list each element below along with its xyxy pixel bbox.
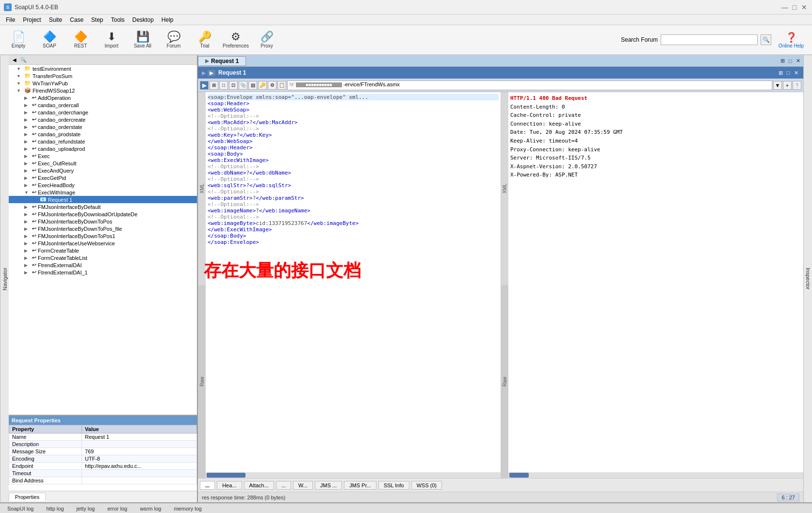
tree-node[interactable]: ▶↩candao_ordercall	[9, 101, 197, 109]
log-tab[interactable]: memory log	[168, 505, 207, 513]
property-value-cell[interactable]: http://epav.axhu.edu.c...	[82, 463, 197, 470]
tree-node[interactable]: ▶↩AddOperation	[9, 94, 197, 101]
tree-node[interactable]: ▶↩FMJsonInterfaceByDefault	[9, 203, 197, 210]
toolbar-btn-5[interactable]: ▤	[248, 81, 257, 90]
property-value-cell[interactable]: 769	[82, 448, 197, 455]
left-xml-content[interactable]: <soap:Envelope xmlns:soap="...oap-envelo…	[206, 92, 501, 472]
property-value-cell[interactable]	[82, 441, 197, 448]
tree-node[interactable]: ▶↩FMJsonInterfaceByDownloadOrUpdateDe	[9, 210, 197, 218]
outer-tab-max-btn[interactable]: □	[787, 58, 794, 64]
tree-node[interactable]: ▼📁testEnvironment	[9, 65, 197, 72]
req-max-btn[interactable]: □	[785, 69, 792, 76]
bottom-sub-tab[interactable]: Attach...	[244, 481, 274, 490]
log-tab[interactable]: SoapUI log	[2, 505, 39, 513]
raw-label-left-1[interactable]: Raw	[198, 285, 206, 478]
menu-file[interactable]: File	[2, 16, 19, 24]
outer-tab-close-btn[interactable]: ✕	[795, 58, 801, 64]
toolbar-proxy-button[interactable]: 🔗 Proxy	[252, 27, 281, 52]
maximize-button[interactable]: □	[791, 3, 798, 11]
tree-node[interactable]: ▶↩ExecHeadBody	[9, 181, 197, 189]
toolbar-btn-6[interactable]: 🔑	[258, 81, 267, 90]
tree-node[interactable]: ▶↩FMJsonInterfaceByDownToPos	[9, 218, 197, 225]
outer-tab-float-btn[interactable]: ⊞	[779, 58, 786, 64]
url-help-btn[interactable]: ?	[793, 81, 801, 90]
tree-node[interactable]: ▶↩candao_uploadprod	[9, 145, 197, 152]
toolbar-soap-button[interactable]: 🔷 SOAP	[35, 27, 64, 52]
menu-step[interactable]: Step	[87, 16, 107, 24]
outer-request-tab[interactable]: ▶ Request 1	[198, 56, 246, 66]
toolbar-btn-7[interactable]: ⚙	[268, 81, 276, 90]
tree-node[interactable]: ▼📦FtrendWSSoap12	[9, 87, 197, 94]
bottom-sub-tab[interactable]: JMS ...	[315, 481, 342, 490]
bottom-sub-tab[interactable]: JMS Pr...	[344, 481, 376, 490]
tree-node[interactable]: ▼↩ExecWithImage	[9, 189, 197, 196]
log-tab[interactable]: wsrm log	[134, 505, 166, 513]
property-value-cell[interactable]: Request 1	[82, 433, 197, 441]
tree-node[interactable]: ▶↩candao_refundstate	[9, 138, 197, 145]
right-h-scrollbar[interactable]	[508, 472, 803, 478]
minimize-button[interactable]: —	[781, 3, 789, 11]
url-bar[interactable]: ht' ■■■■■■■■■■ -ervice/FTrendWs.asmx	[287, 80, 772, 90]
search-forum-button[interactable]: 🔍	[761, 34, 771, 45]
send-button[interactable]: ▶	[200, 81, 209, 90]
tree-node[interactable]: ▶↩Exec	[9, 152, 197, 160]
req-float-btn[interactable]: ⊞	[777, 69, 784, 76]
search-forum-input[interactable]	[661, 34, 758, 45]
toolbar-preferences-button[interactable]: ⚙ Preferences	[221, 27, 250, 52]
close-button[interactable]: ✕	[800, 3, 808, 11]
toolbar-forum-button[interactable]: 💬 Forum	[159, 27, 188, 52]
menu-case[interactable]: Case	[66, 16, 87, 24]
tree-filter-btn[interactable]: 🔍	[19, 56, 27, 64]
toolbar-rest-button[interactable]: 🔶 REST	[66, 27, 95, 52]
toolbar-btn-1[interactable]: ⊞	[210, 81, 218, 90]
toolbar-btn-4[interactable]: 📎	[239, 81, 247, 90]
property-value-cell[interactable]	[82, 470, 197, 477]
tree-node[interactable]: ▶↩FMJsonInterfaceByDownToPos1	[9, 232, 197, 240]
tree-node[interactable]: ▶↩candao_prodstate	[9, 130, 197, 138]
menu-suite[interactable]: Suite	[45, 16, 66, 24]
tree-node[interactable]: ▶↩FormCreateTableList	[9, 254, 197, 261]
raw-label-right[interactable]: Raw	[501, 285, 508, 478]
tree-node[interactable]: ▼📁TransferPosSum	[9, 72, 197, 80]
tree-node[interactable]: 📧Request 1	[9, 196, 197, 203]
toolbar-empty-button[interactable]: 📄 Empty	[4, 27, 33, 52]
toolbar-saveall-button[interactable]: 💾 Save All	[128, 27, 157, 52]
bottom-sub-tab[interactable]: SSL Info	[378, 481, 409, 490]
bottom-sub-tab[interactable]: WSS (0)	[411, 481, 442, 490]
online-help-button[interactable]: ❓ Online Help	[774, 32, 808, 48]
left-h-scrollbar[interactable]	[206, 472, 501, 478]
url-add-btn[interactable]: +	[783, 81, 792, 90]
menu-project[interactable]: Project	[19, 16, 45, 24]
tree-node[interactable]: ▶↩candao_ordercreate	[9, 116, 197, 123]
tree-node[interactable]: ▼📁WxTranYwPub	[9, 80, 197, 87]
property-value-cell[interactable]	[82, 477, 197, 484]
navigator-tab[interactable]: Navigator	[0, 55, 9, 502]
menu-desktop[interactable]: Desktop	[129, 16, 158, 24]
toolbar-btn-2[interactable]: □	[219, 81, 228, 90]
bottom-sub-tab[interactable]: W...	[293, 481, 313, 490]
log-tab[interactable]: http log	[41, 505, 69, 513]
log-tab[interactable]: jetty log	[71, 505, 100, 513]
bottom-sub-tab[interactable]: ...	[200, 481, 215, 490]
tree-node[interactable]: ▶↩FMJsonInterfaceUseWebservice	[9, 240, 197, 247]
inspector-tab[interactable]: Inspector	[803, 55, 812, 502]
tree-node[interactable]: ▶↩FormCreateTable	[9, 247, 197, 254]
tree-node[interactable]: ▶↩FtrendExternalDAI	[9, 261, 197, 269]
xml-label-right[interactable]: XML	[501, 92, 508, 285]
properties-tab[interactable]: Properties	[9, 493, 46, 501]
toolbar-import-button[interactable]: ⬇ Import	[97, 27, 126, 52]
url-dropdown-btn[interactable]: ▼	[773, 81, 782, 90]
tree-node[interactable]: ▶↩FtrendExternalDAI_1	[9, 269, 197, 276]
bottom-sub-tab[interactable]: Hea...	[217, 481, 242, 490]
tree-node[interactable]: ▶↩ExecAndQuery	[9, 167, 197, 174]
tree-node[interactable]: ▶↩candao_orderchange	[9, 109, 197, 116]
menu-help[interactable]: Help	[158, 16, 178, 24]
tree-collapse-btn[interactable]: ◀	[11, 56, 18, 64]
toolbar-btn-8[interactable]: 📋	[277, 81, 286, 90]
toolbar-trial-button[interactable]: 🔑 Trial	[190, 27, 219, 52]
tree-node[interactable]: ▶↩ExecGetPid	[9, 174, 197, 181]
xml-label-left-1[interactable]: XML	[198, 92, 206, 285]
toolbar-btn-3[interactable]: ⊡	[229, 81, 238, 90]
req-close-btn[interactable]: ✕	[793, 69, 799, 76]
response-content[interactable]: HTTP/1.1 400 Bad RequestContent-Length: …	[508, 92, 803, 472]
